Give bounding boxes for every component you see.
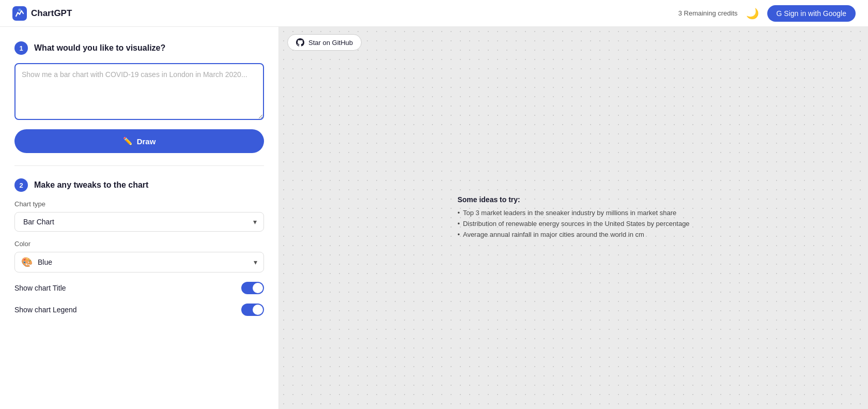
left-panel: 1 What would you like to visualize? ✏️ D… (0, 27, 279, 409)
step2-badge: 2 (14, 178, 28, 192)
idea-item-3: Average annual rainfall in major cities … (457, 230, 689, 238)
show-legend-row: Show chart Legend (14, 304, 264, 316)
chartgpt-logo-icon (12, 6, 27, 21)
chart-type-select-wrapper: Bar Chart Line Chart Pie Chart Scatter P… (14, 212, 264, 232)
main-layout: 1 What would you like to visualize? ✏️ D… (0, 27, 868, 409)
dark-mode-button[interactable]: 🌙 (744, 5, 761, 22)
logo-text: ChartGPT (31, 8, 72, 19)
svg-point-1 (18, 8, 21, 11)
idea-3-text: Average annual rainfall in major cities … (463, 230, 644, 238)
step1-title: What would you like to visualize? (34, 43, 165, 53)
header-right: 3 Remaining credits 🌙 G Sign in with Goo… (678, 5, 856, 22)
draw-button[interactable]: ✏️ Draw (14, 129, 264, 153)
step1-header: 1 What would you like to visualize? (14, 41, 264, 55)
idea-item-1: Top 3 market leaders in the sneaker indu… (457, 208, 689, 216)
github-label: Star on GitHub (308, 39, 353, 47)
draw-label: Draw (137, 137, 156, 146)
header: ChartGPT 3 Remaining credits 🌙 G Sign in… (0, 0, 868, 27)
show-title-row: Show chart Title (14, 282, 264, 294)
sign-in-button[interactable]: G Sign in with Google (767, 5, 856, 22)
color-chevron-icon: ▾ (254, 258, 257, 266)
sign-in-label: Sign in with Google (784, 9, 846, 18)
ideas-container: Some ideas to try: Top 3 market leaders … (457, 195, 689, 241)
google-icon: G (777, 9, 782, 18)
color-select-wrapper[interactable]: 🎨 Blue ▾ (14, 252, 264, 272)
color-select-box[interactable]: 🎨 Blue ▾ (14, 252, 264, 272)
prompt-input[interactable] (14, 63, 264, 120)
idea-item-2: Distribution of renewable energy sources… (457, 219, 689, 227)
canvas-panel: Star on GitHub Some ideas to try: Top 3 … (279, 27, 868, 409)
github-button[interactable]: Star on GitHub (287, 34, 362, 51)
divider (14, 165, 264, 166)
ideas-list: Top 3 market leaders in the sneaker indu… (457, 208, 689, 238)
show-legend-label: Show chart Legend (14, 306, 77, 314)
ideas-title: Some ideas to try: (457, 195, 689, 203)
github-icon (296, 38, 304, 47)
pencil-icon: ✏️ (123, 137, 133, 146)
show-legend-toggle[interactable] (241, 304, 264, 316)
step2-header: 2 Make any tweaks to the chart (14, 178, 264, 192)
chart-type-label: Chart type (14, 200, 264, 208)
chart-type-select[interactable]: Bar Chart Line Chart Pie Chart Scatter P… (14, 212, 264, 232)
step1-badge: 1 (14, 41, 28, 55)
color-palette-icon: 🎨 (21, 256, 33, 268)
moon-icon: 🌙 (746, 8, 759, 19)
idea-1-text: Top 3 market leaders in the sneaker indu… (463, 208, 676, 216)
color-value: Blue (38, 258, 249, 266)
step2-title: Make any tweaks to the chart (34, 180, 148, 190)
logo: ChartGPT (12, 6, 72, 21)
idea-2-text: Distribution of renewable energy sources… (463, 219, 690, 227)
show-title-label: Show chart Title (14, 284, 66, 292)
color-label: Color (14, 240, 264, 248)
credits-label: 3 Remaining credits (678, 9, 738, 17)
show-title-toggle[interactable] (241, 282, 264, 294)
